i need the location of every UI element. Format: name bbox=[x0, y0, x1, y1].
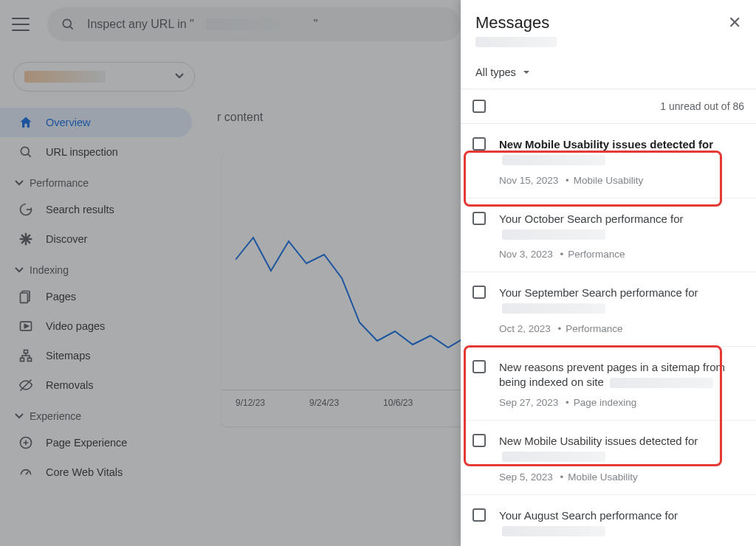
message-type-filter[interactable]: All types bbox=[461, 59, 756, 89]
message-row[interactable]: New reasons prevent pages in a sitemap f… bbox=[461, 347, 756, 421]
message-title: New Mobile Usability issues detected for bbox=[499, 434, 744, 464]
message-meta: Sep 27, 2023 Page indexing bbox=[499, 397, 744, 408]
message-row[interactable]: Your August Search performance for Sep 2… bbox=[461, 495, 756, 547]
message-title: New reasons prevent pages in a sitemap f… bbox=[499, 360, 744, 390]
message-title: New Mobile Usability issues detected for bbox=[499, 137, 744, 167]
redacted-site bbox=[502, 452, 605, 462]
message-checkbox[interactable] bbox=[472, 360, 486, 373]
message-row[interactable]: New Mobile Usability issues detected for… bbox=[461, 124, 756, 198]
message-row[interactable]: Your September Search performance for Oc… bbox=[461, 272, 756, 347]
property-name-redacted bbox=[475, 37, 557, 47]
messages-panel: Messages ✕ All types 1 unread out of 86 … bbox=[461, 0, 756, 546]
message-list: New Mobile Usability issues detected for… bbox=[461, 124, 756, 546]
redacted-site bbox=[502, 229, 605, 240]
message-row[interactable]: New Mobile Usability issues detected for… bbox=[461, 421, 756, 495]
message-meta: Oct 2, 2023 Performance bbox=[499, 323, 744, 334]
message-title: Your August Search performance for bbox=[499, 508, 744, 539]
message-checkbox[interactable] bbox=[472, 212, 486, 225]
redacted-site bbox=[502, 526, 605, 536]
message-checkbox[interactable] bbox=[472, 434, 486, 447]
message-checkbox[interactable] bbox=[472, 137, 486, 151]
message-checkbox[interactable] bbox=[472, 286, 486, 299]
chevron-down-icon bbox=[522, 68, 531, 77]
panel-title: Messages bbox=[475, 13, 549, 32]
redacted-site bbox=[502, 303, 605, 314]
message-title: Your September Search performance for bbox=[499, 286, 744, 316]
select-all-checkbox[interactable] bbox=[472, 100, 486, 113]
message-meta: Nov 3, 2023 Performance bbox=[499, 249, 744, 260]
message-title: Your October Search performance for bbox=[499, 212, 744, 242]
message-meta: Sep 5, 2023 Mobile Usability bbox=[499, 471, 744, 483]
unread-count: 1 unread out of 86 bbox=[660, 100, 744, 112]
message-row[interactable]: Your October Search performance for Nov … bbox=[461, 198, 756, 273]
filter-label: All types bbox=[475, 66, 516, 78]
message-meta: Nov 15, 2023 Mobile Usability bbox=[499, 175, 744, 186]
redacted-site bbox=[502, 155, 605, 165]
message-checkbox[interactable] bbox=[472, 508, 486, 522]
redacted-site bbox=[610, 378, 713, 388]
close-icon[interactable]: ✕ bbox=[728, 13, 741, 32]
